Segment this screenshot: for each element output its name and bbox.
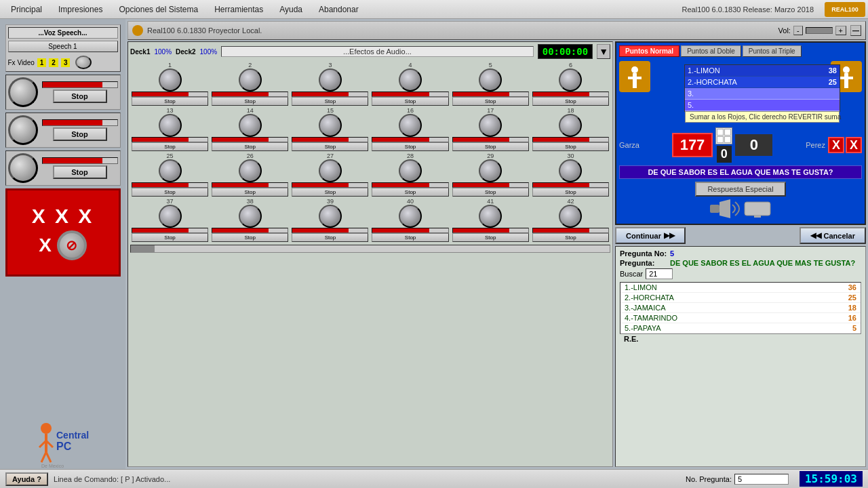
stop-btn-6[interactable]: Stop <box>532 97 609 106</box>
knob-1[interactable] <box>159 68 182 92</box>
knob-29[interactable] <box>479 159 502 182</box>
window-close-btn[interactable]: — <box>850 25 861 36</box>
tab-puntos-normal[interactable]: Puntos Normal <box>619 45 679 57</box>
vol-slider[interactable] <box>806 27 833 34</box>
stop-btn-16[interactable]: Stop <box>372 142 448 151</box>
slider-25[interactable] <box>132 182 208 188</box>
menu-principal[interactable]: Principal <box>3 2 50 17</box>
knob-2[interactable] <box>239 68 262 92</box>
knob-27[interactable] <box>319 159 342 182</box>
answer-list-item-1[interactable]: 1.-LIMON 36 <box>620 283 861 293</box>
speech1-btn[interactable]: Speech 1 <box>8 41 118 52</box>
slider-16[interactable] <box>372 137 448 142</box>
fx-num-1[interactable]: 1 <box>37 58 47 67</box>
slider-27[interactable] <box>292 182 368 188</box>
tab-puntos-doble[interactable]: Puntos al Doble <box>681 45 741 57</box>
stop1-slider[interactable] <box>42 81 118 88</box>
stop-btn-40[interactable]: Stop <box>372 233 448 242</box>
slider-18[interactable] <box>532 137 609 142</box>
right-team-score-box[interactable]: 0 <box>735 134 772 156</box>
stop-btn-42[interactable]: Stop <box>532 233 609 242</box>
stop-btn-25[interactable]: Stop <box>132 188 208 197</box>
xxx-circle-btn[interactable]: ⊘ <box>57 230 87 260</box>
knob-42[interactable] <box>559 205 582 228</box>
stop3-slider[interactable] <box>42 157 118 164</box>
answer-list-item-2[interactable]: 2.-HORCHATA 25 <box>620 293 861 303</box>
ayuda-bottom-btn[interactable]: Ayuda ? <box>5 472 48 486</box>
knob-15[interactable] <box>319 114 342 137</box>
slider-39[interactable] <box>292 228 368 233</box>
master-progress-bar[interactable] <box>130 245 610 253</box>
menu-abandonar[interactable]: Abandonar <box>311 2 367 17</box>
vol-plus-btn[interactable]: + <box>835 26 846 35</box>
knob-6[interactable] <box>559 68 582 92</box>
stop-btn-4[interactable]: Stop <box>372 97 448 106</box>
stop-btn-30[interactable]: Stop <box>532 188 609 197</box>
slider-5[interactable] <box>452 92 529 97</box>
slider-38[interactable] <box>212 228 288 233</box>
stop-btn-18[interactable]: Stop <box>532 142 609 151</box>
stop2-slider[interactable] <box>42 119 118 126</box>
knob-3[interactable] <box>319 68 342 92</box>
stop-btn-13[interactable]: Stop <box>132 142 208 151</box>
knob-41[interactable] <box>479 205 502 228</box>
slider-30[interactable] <box>532 182 609 188</box>
answer-list-item-5[interactable]: 5.-PAPAYA 5 <box>620 323 861 333</box>
respuesta-especial-btn[interactable]: Respuesta Especial <box>695 182 785 197</box>
stop-btn-1[interactable]: Stop <box>132 97 208 106</box>
knob-25[interactable] <box>159 159 182 182</box>
knob-14[interactable] <box>239 114 262 137</box>
stop-btn-38[interactable]: Stop <box>212 233 288 242</box>
vol-minus-btn[interactable]: - <box>793 26 803 35</box>
stop-btn-39[interactable]: Stop <box>292 233 368 242</box>
slider-17[interactable] <box>452 137 529 142</box>
stop-btn-14[interactable]: Stop <box>212 142 288 151</box>
stop-btn-28[interactable]: Stop <box>372 188 448 197</box>
slider-4[interactable] <box>372 92 448 97</box>
knob-13[interactable] <box>159 114 182 137</box>
slider-41[interactable] <box>452 228 529 233</box>
slider-3[interactable] <box>292 92 368 97</box>
menu-herramientas[interactable]: Herramientas <box>206 2 271 17</box>
answer-item-2[interactable]: 2.-HORCHATA 25 <box>685 77 840 88</box>
slider-40[interactable] <box>372 228 448 233</box>
slider-42[interactable] <box>532 228 609 233</box>
knob-16[interactable] <box>399 114 422 137</box>
slider-15[interactable] <box>292 137 368 142</box>
knob-39[interactable] <box>319 205 342 228</box>
knob-26[interactable] <box>239 159 262 182</box>
knob-40[interactable] <box>399 205 422 228</box>
knob-18[interactable] <box>559 114 582 137</box>
stop-btn-15[interactable]: Stop <box>292 142 368 151</box>
fx-num-3[interactable]: 3 <box>61 58 71 67</box>
big-knob-2[interactable] <box>8 115 38 145</box>
stop-btn-26[interactable]: Stop <box>212 188 288 197</box>
stop-btn-5[interactable]: Stop <box>452 97 529 106</box>
scroll-btn[interactable]: ▼ <box>597 44 610 59</box>
big-stop-btn-2[interactable]: Stop <box>53 127 107 141</box>
slider-13[interactable] <box>132 137 208 142</box>
slider-1[interactable] <box>132 92 208 97</box>
slider-28[interactable] <box>372 182 448 188</box>
left-team-score-box[interactable]: 177 <box>672 133 713 157</box>
stop-btn-41[interactable]: Stop <box>452 233 529 242</box>
knob-5[interactable] <box>479 68 502 92</box>
stop-btn-17[interactable]: Stop <box>452 142 529 151</box>
knob-37[interactable] <box>159 205 182 228</box>
menu-opciones[interactable]: Opciones del Sistema <box>111 2 206 17</box>
slider-6[interactable] <box>532 92 609 97</box>
tab-puntos-triple[interactable]: Puntos al Triple <box>743 45 802 57</box>
big-knob-3[interactable] <box>8 153 38 183</box>
big-stop-btn-1[interactable]: Stop <box>53 89 107 103</box>
continuar-btn[interactable]: Continuar ▶▶ <box>615 227 686 244</box>
menu-impresiones[interactable]: Impresiones <box>50 2 111 17</box>
slider-2[interactable] <box>212 92 288 97</box>
cancelar-btn[interactable]: ◀◀ Cancelar <box>800 227 866 244</box>
knob-30[interactable] <box>559 159 582 182</box>
answer-list-item-4[interactable]: 4.-TAMARINDO 16 <box>620 313 861 323</box>
stop-btn-27[interactable]: Stop <box>292 188 368 197</box>
slider-26[interactable] <box>212 182 288 188</box>
slider-37[interactable] <box>132 228 208 233</box>
slider-14[interactable] <box>212 137 288 142</box>
answer-item-4[interactable]: 5. <box>685 100 840 111</box>
